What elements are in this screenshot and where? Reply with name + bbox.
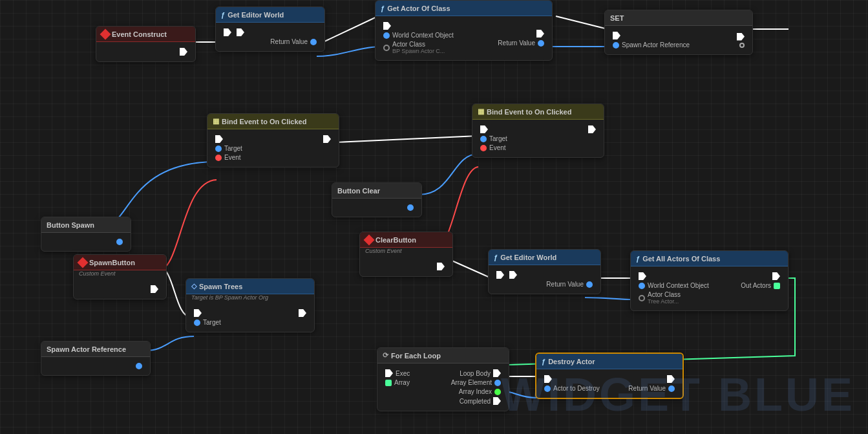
event-icon [100, 28, 111, 39]
exec-out [667, 375, 675, 383]
get-actor-of-class-title: Get Actor Of Class [387, 5, 450, 12]
loop-body-pin [493, 369, 501, 377]
button-clear-node: Button Clear [332, 182, 422, 217]
world-ctx-pin [383, 32, 390, 39]
return-val-label: Return Value [270, 38, 308, 45]
spawn-actor-ref-pin [136, 363, 142, 369]
event-icon [78, 257, 89, 268]
spawn-trees-header: ◇ Spawn Trees [186, 279, 314, 294]
get-editor-world-2-title: Get Editor World [500, 254, 556, 261]
actor-class-val: Tree Actor... [648, 298, 681, 305]
spawn-button-subtitle: Custom Event [74, 270, 166, 279]
completed-pin [493, 397, 501, 405]
exec-out [737, 33, 745, 41]
for-each-loop-title: For Each Loop [391, 352, 441, 360]
event-pin [215, 155, 222, 161]
exec-in [215, 135, 223, 143]
exec-out-pin [180, 48, 187, 56]
clear-button-header: ClearButton [360, 232, 452, 248]
bind-event-1-header: ▦ Bind Event to On Clicked [207, 114, 339, 129]
button-spawn-pin [116, 239, 123, 245]
clear-button-event-node: ClearButton Custom Event [359, 232, 453, 277]
exec-out [536, 30, 544, 38]
exec-in [544, 375, 552, 383]
spawn-trees-subtitle: Target is BP Spawn Actor Org [186, 294, 314, 303]
exec-out [437, 263, 445, 270]
return-val-pin [586, 281, 593, 288]
spawn-actor-ref-header: Spawn Actor Reference [41, 342, 150, 357]
get-editor-world-2-node: ƒ Get Editor World Return Value [488, 249, 601, 294]
target-pin [194, 320, 200, 326]
spawn-button-title: SpawnButton [89, 259, 135, 266]
exec-out [772, 272, 780, 280]
exec-out [237, 28, 244, 36]
button-spawn-title: Button Spawn [47, 221, 94, 229]
actor-class-pin [639, 295, 645, 301]
actor-class-value: BP Spawn Actor C... [392, 48, 445, 54]
array-index-pin [494, 389, 501, 395]
target-pin [480, 136, 487, 142]
return-val-pin [310, 39, 317, 45]
get-editor-world-1-title: Get Editor World [228, 11, 284, 19]
get-all-actors-node: ƒ Get All Actors Of Class World Context … [630, 250, 789, 311]
exec-out [151, 285, 158, 293]
button-spawn-header: Button Spawn [41, 217, 131, 233]
spawn-trees-node: ◇ Spawn Trees Target is BP Spawn Actor O… [185, 278, 315, 332]
exec-out [588, 125, 596, 133]
exec-out [299, 309, 306, 317]
return-val-label: Return Value [546, 281, 584, 288]
for-each-loop-node: ⟳ For Each Loop Exec Array Loop Body [377, 347, 509, 411]
target-pin [215, 146, 222, 152]
array-element-pin [494, 380, 501, 386]
spawn-actor-ref-title: Spawn Actor Reference [47, 345, 126, 353]
exec-in [639, 272, 646, 280]
get-all-actors-title: Get All Actors Of Class [642, 255, 720, 263]
destroy-actor-node: ƒ Destroy Actor Actor to Destroy Return … [535, 353, 684, 399]
exec-out [323, 135, 331, 143]
get-all-actors-header: ƒ Get All Actors Of Class [631, 251, 788, 266]
spawn-ref-in-pin [613, 42, 619, 49]
button-clear-header: Button Clear [332, 183, 421, 199]
target-label: Target [203, 319, 221, 326]
button-spawn-node: Button Spawn [41, 217, 131, 252]
get-actor-of-class-node: ƒ Get Actor Of Class World Context Objec… [375, 0, 553, 61]
spawn-trees-title: Spawn Trees [199, 283, 242, 290]
set-out-pin [739, 43, 745, 48]
exec-in [480, 125, 488, 133]
event-icon [364, 234, 375, 245]
destroy-actor-header: ƒ Destroy Actor [536, 354, 683, 369]
bind-event-2-title: Bind Event to On Clicked [487, 108, 571, 116]
bind-event-1-title: Bind Event to On Clicked [222, 118, 306, 125]
get-editor-world-2-header: ƒ Get Editor World [489, 250, 600, 265]
bind-event-2-header: ▦ Bind Event to On Clicked [472, 104, 604, 120]
get-editor-world-1-node: ƒ Get Editor World Return Value [215, 6, 325, 52]
spawn-button-header: SpawnButton [74, 255, 166, 270]
bind-event-2-node: ▦ Bind Event to On Clicked Target Event [472, 103, 604, 158]
get-editor-world-1-header: ƒ Get Editor World [216, 7, 324, 23]
actor-class-pin [383, 45, 390, 51]
clear-button-title: ClearButton [376, 236, 416, 244]
button-clear-pin [407, 204, 414, 211]
set-title: SET [610, 14, 624, 22]
array-in-pin [385, 380, 392, 386]
for-each-loop-header: ⟳ For Each Loop [377, 348, 509, 363]
get-actor-of-class-header: ƒ Get Actor Of Class [376, 1, 552, 16]
event-construct-title: Event Construct [112, 30, 167, 38]
bind-event-1-node: ▦ Bind Event to On Clicked Target Event [207, 113, 339, 168]
spawn-actor-ref-node: Spawn Actor Reference [41, 341, 151, 376]
event-construct-node: Event Construct [96, 26, 196, 62]
exec-in [613, 32, 620, 39]
destroy-actor-title: Destroy Actor [548, 358, 595, 365]
set-node: SET Spawn Actor Reference [604, 10, 753, 55]
exec-in [385, 369, 393, 377]
world-ctx-pin [639, 283, 645, 289]
event-pin [480, 145, 487, 151]
exec-out [509, 271, 517, 279]
spawn-button-event-node: SpawnButton Custom Event [73, 254, 167, 299]
clear-button-subtitle: Custom Event [360, 248, 452, 257]
set-header: SET [605, 10, 752, 26]
actor-to-destroy-pin [544, 385, 551, 392]
exec-in [224, 28, 231, 36]
return-val-pin [668, 385, 675, 392]
event-construct-header: Event Construct [96, 27, 195, 42]
